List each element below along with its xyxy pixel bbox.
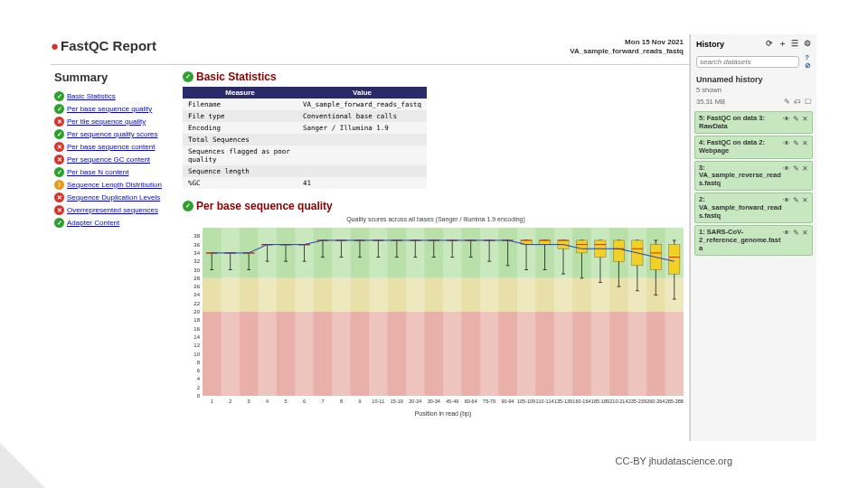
delete-icon[interactable]: ✕ [802, 164, 808, 173]
nav-item-per-tile-sequence-quality[interactable]: ✕Per tile sequence quality [54, 117, 174, 127]
delete-icon[interactable]: ✕ [802, 229, 808, 237]
pass-icon: ✓ [54, 91, 64, 101]
cell-measure: File type [183, 110, 297, 122]
nav-link[interactable]: Per sequence quality scores [67, 130, 158, 138]
nav-item-per-sequence-quality-scores[interactable]: ✓Per sequence quality scores [54, 129, 174, 139]
fail-icon: ✕ [54, 117, 64, 127]
nav-item-sequence-length-distribution[interactable]: !Sequence Length Distribution [54, 180, 174, 190]
svg-text:26: 26 [193, 284, 200, 289]
svg-text:20-24: 20-24 [409, 399, 421, 404]
svg-text:24: 24 [193, 292, 200, 297]
new-history-icon[interactable]: ＋ [778, 39, 787, 48]
tags-icon[interactable]: 🏷 [794, 98, 801, 106]
svg-text:60-64: 60-64 [465, 399, 477, 404]
report-date: Mon 15 Nov 2021 VA_sample_forward_reads_… [570, 38, 684, 57]
cell-measure: Sequences flagged as poor quality [183, 145, 297, 165]
view-icon[interactable]: 👁 [783, 115, 790, 123]
dataset-item[interactable]: 5: FastQC on data 3: RawData👁✎✕ [694, 111, 813, 134]
svg-rect-149 [613, 240, 624, 261]
edit-icon[interactable]: ✎ [793, 229, 799, 237]
delete-icon[interactable]: ✕ [802, 115, 808, 123]
search-datasets-input[interactable] [696, 56, 799, 68]
pass-icon: ✓ [183, 201, 193, 211]
svg-text:5: 5 [285, 399, 288, 404]
fail-icon: ✕ [54, 142, 64, 152]
cell-value [297, 134, 427, 145]
nav-item-overrepresented-sequences[interactable]: ✕Overrepresented sequences [54, 205, 174, 215]
nav-item-adapter-content[interactable]: ✓Adapter Content [54, 218, 174, 228]
dataset-item[interactable]: 4: FastQC on data 2: Webpage👁✎✕ [694, 136, 813, 158]
svg-text:10-11: 10-11 [372, 399, 384, 404]
nav-item-per-base-n-content[interactable]: ✓Per base N content [54, 167, 174, 177]
nav-item-per-sequence-gc-content[interactable]: ✕Per sequence GC content [54, 155, 174, 164]
pass-icon: ✓ [54, 218, 64, 228]
history-options-icon[interactable]: ☰ [791, 39, 798, 48]
annotate-icon[interactable]: ✎ [784, 98, 790, 106]
view-icon[interactable]: 👁 [783, 196, 790, 204]
svg-text:90-94: 90-94 [502, 399, 514, 404]
nav-link[interactable]: Per base sequence quality [67, 105, 152, 113]
svg-text:2: 2 [197, 384, 201, 389]
nav-link[interactable]: Sequence Duplication Levels [67, 193, 160, 202]
svg-text:20: 20 [193, 309, 200, 314]
history-shown-count: 5 shown [696, 86, 722, 94]
svg-text:38: 38 [193, 233, 200, 239]
nav-link[interactable]: Basic Statistics [67, 92, 116, 100]
chart-caption: Quality scores across all bases (Sanger … [183, 216, 689, 222]
svg-text:235-239: 235-239 [628, 399, 646, 404]
refresh-icon[interactable]: ⟳ [766, 39, 773, 48]
table-row: File typeConventional base calls [183, 110, 427, 122]
edit-icon[interactable]: ✎ [793, 164, 799, 173]
sidebar-title: Summary [54, 70, 174, 84]
pass-icon: ✓ [54, 104, 64, 114]
nav-item-sequence-duplication-levels[interactable]: ✕Sequence Duplication Levels [54, 192, 174, 202]
svg-rect-129 [539, 240, 550, 245]
pass-icon: ✓ [54, 129, 64, 139]
delete-icon[interactable]: ✕ [802, 196, 808, 204]
view-icon[interactable]: 👁 [783, 139, 790, 147]
search-clear-icon[interactable]: ⊘ [805, 61, 811, 70]
view-icon[interactable]: 👁 [783, 164, 790, 173]
summary-sidebar: Summary ✓Basic Statistics✓Per base seque… [51, 65, 177, 441]
table-row: Total Sequences [183, 134, 427, 145]
svg-text:3: 3 [248, 399, 250, 404]
view-icon[interactable]: 👁 [783, 229, 790, 237]
edit-icon[interactable]: ✎ [793, 196, 799, 204]
dataset-item[interactable]: 1: SARS-CoV-2_reference_genome.fasta👁✎✕ [694, 225, 813, 256]
svg-text:285-288: 285-288 [665, 399, 684, 404]
cell-measure: Filename [183, 99, 297, 110]
dataset-item[interactable]: 3: VA_sample_reverse_reads.fastq👁✎✕ [694, 161, 813, 192]
edit-icon[interactable]: ✎ [793, 115, 799, 123]
multi-select-icon[interactable]: ☐ [805, 98, 811, 106]
nav-item-basic-statistics[interactable]: ✓Basic Statistics [54, 91, 174, 101]
svg-text:8: 8 [340, 399, 343, 404]
svg-text:1: 1 [211, 399, 213, 404]
nav-link[interactable]: Per sequence GC content [67, 155, 150, 164]
cell-measure: Sequence length [183, 165, 297, 177]
delete-icon[interactable]: ✕ [802, 139, 808, 147]
svg-text:7: 7 [321, 399, 324, 404]
nav-link[interactable]: Overrepresented sequences [67, 206, 158, 214]
nav-link[interactable]: Per base sequence content [67, 143, 155, 151]
svg-text:6: 6 [197, 368, 201, 373]
nav-link[interactable]: Sequence Length Distribution [67, 181, 162, 189]
svg-text:105-109: 105-109 [517, 399, 535, 404]
svg-text:16: 16 [193, 325, 200, 331]
cell-measure: Encoding [183, 122, 297, 134]
search-help-icon[interactable]: ? [805, 53, 809, 61]
svg-rect-139 [576, 240, 587, 253]
nav-item-per-base-sequence-quality[interactable]: ✓Per base sequence quality [54, 104, 174, 114]
history-name[interactable]: Unnamed history [693, 71, 815, 86]
nav-link[interactable]: Per base N content [67, 168, 128, 176]
table-row: Sequences flagged as poor quality [183, 145, 427, 165]
dataset-item[interactable]: 2: VA_sample_forward_reads.fastq👁✎✕ [694, 192, 813, 223]
nav-item-per-base-sequence-content[interactable]: ✕Per base sequence content [54, 142, 174, 152]
basic-statistics-table: Measure Value FilenameVA_sample_forward_… [183, 87, 427, 189]
edit-icon[interactable]: ✎ [793, 139, 799, 147]
svg-text:34: 34 [193, 250, 200, 256]
nav-link[interactable]: Adapter Content [67, 219, 119, 227]
gear-icon[interactable]: ⚙ [804, 39, 811, 48]
svg-text:2: 2 [229, 399, 231, 404]
nav-link[interactable]: Per tile sequence quality [67, 117, 146, 126]
cell-value: VA_sample_forward_reads_fastq [297, 99, 427, 110]
